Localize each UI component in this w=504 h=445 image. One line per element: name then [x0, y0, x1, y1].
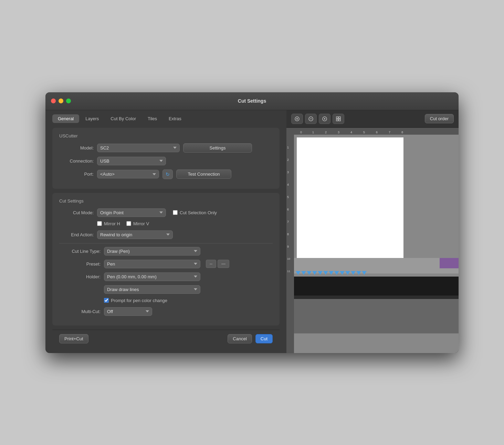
settings-button[interactable]: Settings [183, 143, 252, 153]
cut-selection-checkbox[interactable] [173, 210, 178, 215]
ruler-top-3: 3 [338, 131, 339, 134]
window-title: Cut Settings [238, 98, 266, 104]
cut-mode-row: Cut Mode: Origin Point Cut Selection Onl… [59, 208, 273, 217]
ruler-top-0: 0 [300, 131, 302, 134]
arrow-13 [362, 271, 367, 275]
arrow-6 [323, 271, 328, 275]
connection-row: Connection: USB [59, 157, 273, 165]
ruler-left-11: 11 [287, 270, 290, 273]
main-layout: General Layers Cut By Color Tiles Extras… [45, 110, 459, 353]
holder-draw-row: Draw draw lines [104, 285, 273, 294]
ruler-left-3: 3 [287, 170, 289, 174]
uscutter-section: USCutter Model: SC2 Settings Connection:… [52, 128, 280, 189]
port-label: Port: [59, 172, 94, 177]
mirror-h-checkbox[interactable] [97, 221, 102, 226]
end-action-row: End Action: Rewind to origin [59, 230, 273, 239]
arrow-8 [334, 271, 339, 275]
dark-line1 [294, 296, 459, 299]
svg-rect-7 [336, 117, 338, 118]
arrow-10 [345, 271, 350, 275]
holder-select[interactable]: Pen (0.00 mm, 0.00 mm) [104, 272, 200, 281]
ruler-top-8: 8 [401, 131, 403, 134]
arrow-11 [351, 271, 356, 275]
arrow-5 [318, 271, 323, 275]
ruler-left-4: 4 [287, 183, 289, 186]
ruler-top-6: 6 [376, 131, 378, 134]
prompt-checkbox-row[interactable]: Prompt for pen color change [104, 298, 167, 303]
purple-block [440, 258, 459, 268]
test-connection-button[interactable]: Test Connection [176, 169, 231, 179]
tab-extras[interactable]: Extras [163, 114, 187, 123]
cut-line-type-select[interactable]: Draw (Pen) [104, 247, 200, 256]
model-label: Model: [59, 145, 94, 151]
connection-label: Connection: [59, 158, 94, 164]
cut-mode-select[interactable]: Origin Point [97, 208, 166, 217]
cut-selection-checkbox-row[interactable]: Cut Selection Only [173, 210, 217, 215]
cut-selection-label: Cut Selection Only [180, 210, 217, 215]
prompt-checkbox[interactable] [104, 298, 109, 303]
cut-line-type-label: Cut Line Type: [59, 249, 101, 254]
mirror-v-checkbox[interactable] [126, 221, 131, 226]
cut-settings-section: Cut Settings Cut Mode: Origin Point Cut … [52, 193, 280, 325]
print-cut-button[interactable]: Print+Cut [59, 334, 88, 343]
cut-options: Cut Selection Only [173, 210, 217, 215]
canvas-content [294, 135, 459, 353]
ruler-top-7: 7 [389, 131, 390, 134]
tab-layers[interactable]: Layers [80, 114, 104, 123]
refresh-button[interactable]: ↻ [162, 169, 173, 179]
mirror-h-row[interactable]: Mirror H [97, 221, 120, 226]
arrow-4 [312, 271, 317, 275]
ruler-left-9: 9 [287, 245, 289, 248]
holder-draw-select[interactable]: Draw draw lines [104, 285, 200, 294]
cut-line-type-row: Cut Line Type: Draw (Pen) [59, 247, 273, 256]
multicut-select[interactable]: Off [104, 307, 152, 316]
zoom-in-icon[interactable] [291, 114, 303, 124]
cancel-button[interactable]: Cancel [228, 334, 252, 343]
prompt-label: Prompt for pen color change [111, 298, 167, 303]
arrows-row [296, 271, 367, 275]
right-panel: Cut order 0 1 2 3 4 5 6 7 8 [286, 110, 459, 353]
tab-tiles[interactable]: Tiles [142, 114, 162, 123]
main-window: Cut Settings General Layers Cut By Color… [45, 92, 459, 353]
maximize-button[interactable] [66, 99, 71, 103]
fit-icon[interactable] [319, 114, 330, 124]
preset-select[interactable]: Pen [104, 260, 200, 268]
port-select[interactable]: <Auto> [97, 170, 159, 178]
grid-icon[interactable] [333, 114, 344, 124]
preset-row: Preset: Pen -- — [59, 260, 273, 268]
preset-label: Preset: [59, 261, 101, 267]
cut-button[interactable]: Cut [255, 334, 273, 343]
arrow-3 [307, 271, 312, 275]
holder-label: Holder: [59, 274, 101, 279]
divider1 [59, 243, 273, 244]
svg-rect-9 [336, 119, 338, 121]
mirror-v-row[interactable]: Mirror V [126, 221, 149, 226]
tab-general[interactable]: General [52, 114, 79, 123]
ruler-top-1: 1 [312, 131, 314, 134]
close-button[interactable] [51, 99, 56, 103]
zoom-out-icon[interactable] [305, 114, 317, 124]
end-action-label: End Action: [59, 232, 94, 237]
tabs-row: General Layers Cut By Color Tiles Extras [52, 114, 280, 123]
cut-order-button[interactable]: Cut order [425, 114, 454, 123]
preset-btn1[interactable]: -- [206, 260, 216, 268]
ruler-left-5: 5 [287, 195, 289, 199]
arrow-7 [329, 271, 334, 275]
ruler-left: 1 2 3 4 5 6 7 8 9 10 11 [286, 128, 294, 353]
connection-select[interactable]: USB [97, 157, 166, 165]
ruler-left-8: 8 [287, 232, 289, 236]
model-select[interactable]: SC2 [97, 144, 180, 152]
svg-point-6 [324, 118, 325, 120]
ruler-left-1: 1 [287, 146, 289, 149]
model-row: Model: SC2 Settings [59, 143, 273, 153]
end-action-select[interactable]: Rewind to origin [97, 230, 173, 239]
arrow-2 [301, 271, 306, 275]
preset-btn2[interactable]: — [218, 260, 229, 268]
arrow-9 [340, 271, 345, 275]
traffic-lights [51, 99, 71, 103]
minimize-button[interactable] [59, 99, 63, 103]
uscutter-label: USCutter [59, 133, 273, 138]
ruler-top: 0 1 2 3 4 5 6 7 8 [294, 128, 459, 135]
tab-cut-by-color[interactable]: Cut By Color [105, 114, 141, 123]
cut-settings-label: Cut Settings [59, 198, 273, 204]
